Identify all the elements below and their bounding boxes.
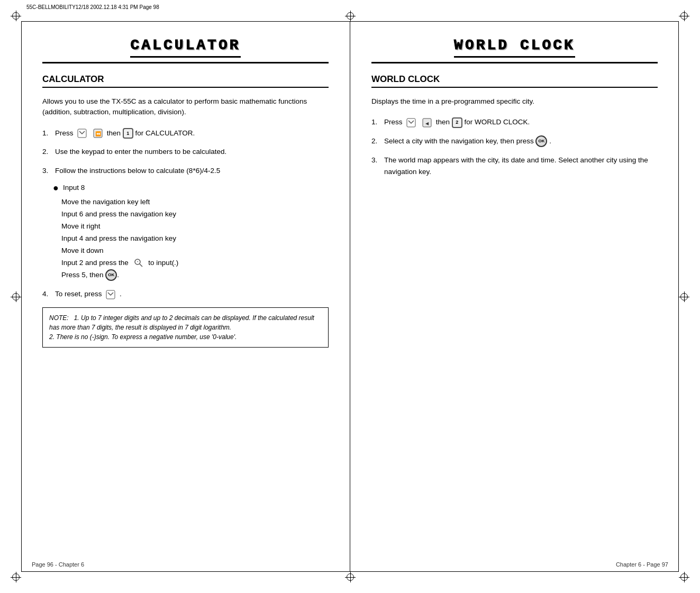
magnify-icon: * bbox=[132, 258, 146, 268]
svg-line-4 bbox=[140, 264, 142, 267]
step-3-content: Follow the instructions below to calcula… bbox=[55, 165, 329, 177]
svg-text:*: * bbox=[137, 260, 138, 264]
svg-text:◀: ◀ bbox=[425, 121, 429, 126]
num1-icon: 1 bbox=[123, 128, 133, 139]
reg-mark-bottom-center bbox=[345, 572, 356, 582]
bullet-line-4: Input 4 and press the navigation key bbox=[61, 233, 329, 245]
bullet-line-6: Input 2 and press the * to input(.) bbox=[61, 257, 329, 269]
world-clock-title-text: WORLD CLOCK bbox=[454, 37, 575, 58]
calculator-step-2: 2. Use the keypad to enter the numbers t… bbox=[42, 146, 329, 158]
bullet-sub-lines: Move the navigation key left Input 6 and… bbox=[61, 196, 329, 281]
bullet-item-main: ● Input 8 bbox=[53, 184, 329, 194]
calculator-step-4: 4. To reset, press . bbox=[42, 288, 329, 300]
wc-step-3: 3. The world map appears with the city, … bbox=[371, 154, 658, 177]
footer-left: Page 96 - Chapter 6 bbox=[32, 561, 84, 568]
menu-icon-step1 bbox=[76, 129, 88, 138]
calculator-heading: CALCULATOR bbox=[42, 74, 329, 88]
calculator-title-text: CALCULATOR bbox=[130, 37, 240, 58]
right-page: WORLD CLOCK WORLD CLOCK Displays the tim… bbox=[350, 21, 679, 572]
reg-mark-bottom-right bbox=[679, 572, 689, 582]
step-3-num: 3. bbox=[42, 165, 53, 177]
ok-icon-bullet: OK bbox=[105, 269, 117, 281]
num2-icon: 2 bbox=[452, 117, 462, 128]
bullet-line-2: Input 6 and press the navigation key bbox=[61, 208, 329, 221]
note-text: 1. Up to 7 integer digits and up to 2 de… bbox=[49, 314, 314, 341]
step-1-num: 1. bbox=[42, 127, 53, 139]
bullet-line-5: Move it down bbox=[61, 245, 329, 257]
file-info: 55C-BELLMOBILITY12/18 2002.12.18 4:31 PM… bbox=[26, 4, 159, 10]
world-clock-heading: WORLD CLOCK bbox=[371, 74, 658, 88]
bullet-section: ● Input 8 Move the navigation key left I… bbox=[53, 184, 329, 281]
wc-step-2: 2. Select a city with the navigation key… bbox=[371, 135, 658, 147]
world-clock-description: Displays the time in a pre-programmed sp… bbox=[371, 96, 658, 107]
step-4-content: To reset, press . bbox=[55, 288, 329, 300]
world-clock-title-styled: WORLD CLOCK bbox=[371, 37, 658, 63]
svg-text:⏪: ⏪ bbox=[95, 131, 102, 137]
content-area: CALCULATOR CALCULATOR Allows you to use … bbox=[21, 21, 679, 572]
wc-step-1: 1. Press ◀ then 2 for WORLD CL bbox=[371, 116, 658, 128]
ok-icon-wc2: OK bbox=[535, 135, 547, 147]
footer-right: Chapter 6 - Page 97 bbox=[616, 561, 668, 568]
wc-step-3-num: 3. bbox=[371, 154, 382, 166]
reg-mark-bottom-left bbox=[11, 572, 21, 582]
step-1-content: Press ⏪ then 1 for CALCULATOR. bbox=[55, 127, 329, 139]
reg-mark-mid-right bbox=[679, 291, 689, 302]
menu-icon-step4 bbox=[105, 290, 116, 299]
bullet-line-3: Move it right bbox=[61, 221, 329, 233]
note-box: NOTE: 1. Up to 7 integer digits and up t… bbox=[42, 307, 329, 348]
reg-mark-mid-left bbox=[11, 291, 21, 302]
calculator-step-3: 3. Follow the instructions below to calc… bbox=[42, 165, 329, 177]
calculator-step-1: 1. Press ⏪ then 1 for CALCULAT bbox=[42, 127, 329, 139]
calculator-description: Allows you to use the TX-55C as a calcul… bbox=[42, 96, 329, 118]
wc-step-1-content: Press ◀ then 2 for WORLD CLOCK. bbox=[384, 116, 658, 128]
back-icon-step1: ⏪ bbox=[92, 129, 104, 138]
bullet-line-7: Press 5, then OK. bbox=[61, 269, 329, 281]
wc-step-1-num: 1. bbox=[371, 116, 382, 128]
calculator-title-styled: CALCULATOR bbox=[42, 37, 329, 63]
bullet-line-1: Move the navigation key left bbox=[61, 196, 329, 208]
reg-mark-top-center bbox=[345, 11, 356, 21]
bullet-header-text: Input 8 bbox=[63, 184, 85, 191]
wc-step-3-content: The world map appears with the city, its… bbox=[384, 154, 658, 177]
reg-mark-top-right bbox=[679, 11, 689, 21]
step-2-content: Use the keypad to enter the numbers to b… bbox=[55, 146, 329, 158]
left-page: CALCULATOR CALCULATOR Allows you to use … bbox=[21, 21, 350, 572]
step-2-num: 2. bbox=[42, 146, 53, 158]
back-icon-wc1: ◀ bbox=[421, 118, 433, 127]
step-4-num: 4. bbox=[42, 288, 53, 300]
wc-step-2-num: 2. bbox=[371, 135, 382, 147]
bullet-dot: ● bbox=[53, 183, 59, 194]
wc-step-2-content: Select a city with the navigation key, t… bbox=[384, 135, 658, 147]
menu-icon-wc1 bbox=[405, 118, 417, 127]
reg-mark-top-left bbox=[11, 11, 21, 21]
note-label: NOTE: bbox=[49, 314, 74, 322]
